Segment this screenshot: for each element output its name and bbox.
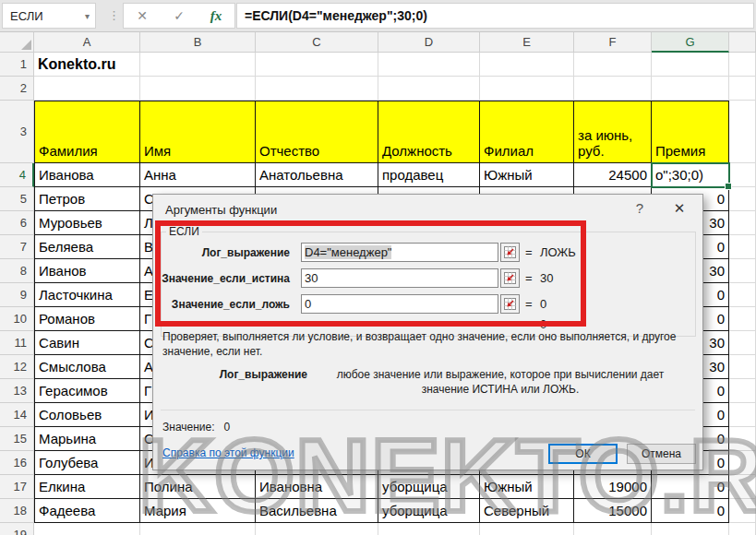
cell-H8[interactable] — [729, 259, 756, 283]
insert-function-icon[interactable]: fx — [198, 4, 234, 28]
range-selector-icon[interactable] — [500, 294, 520, 314]
row-header-17[interactable]: 17 — [0, 475, 34, 499]
function-help-link[interactable]: Справка по этой функции — [162, 446, 294, 459]
cell-G18[interactable]: 0 — [652, 499, 729, 523]
row-header-10[interactable]: 10 — [0, 307, 34, 331]
cell-E1[interactable] — [480, 53, 574, 77]
cell-H15[interactable] — [729, 427, 756, 451]
cell-A10[interactable]: Романов — [34, 307, 140, 331]
cell-D17[interactable]: уборщица — [378, 475, 480, 499]
cell-F17[interactable]: 19000 — [574, 475, 652, 499]
cell-A12[interactable]: Смыслова — [34, 355, 140, 379]
cell-E4[interactable]: Южный — [480, 163, 574, 187]
row-header-5[interactable]: 5 — [0, 187, 34, 211]
cell-D18[interactable]: уборщица — [378, 499, 480, 523]
cell-C19[interactable] — [256, 523, 378, 535]
cell-B1[interactable] — [140, 53, 256, 77]
cell-G19[interactable] — [652, 523, 729, 535]
confirm-entry-icon[interactable]: ✓ — [161, 4, 198, 28]
cell-A19[interactable] — [34, 523, 140, 535]
cell-G3[interactable]: Премия — [652, 101, 729, 163]
name-box[interactable]: ЕСЛИ ▾ — [2, 3, 96, 29]
cell-A16[interactable]: Голубева — [34, 451, 140, 475]
row-header-14[interactable]: 14 — [0, 403, 34, 427]
cell-F18[interactable]: 15000 — [574, 499, 652, 523]
cell-B2[interactable] — [140, 77, 256, 101]
cell-A2[interactable] — [34, 77, 140, 101]
cell-H6[interactable] — [729, 211, 756, 235]
cell-C4[interactable]: Анатольевна — [256, 163, 378, 187]
cell-E19[interactable] — [480, 523, 574, 535]
cell-H12[interactable] — [729, 355, 756, 379]
cell-A8[interactable]: Иванов — [34, 259, 140, 283]
formula-bar[interactable]: =ЕСЛИ(D4="менеджер";30;0) — [236, 3, 754, 29]
cell-H18[interactable] — [729, 499, 756, 523]
cell-B4[interactable]: Анна — [140, 163, 256, 187]
cell-D1[interactable] — [378, 53, 480, 77]
dialog-close-icon[interactable]: ✕ — [669, 200, 690, 217]
cell-H17[interactable] — [729, 475, 756, 499]
row-header-6[interactable]: 6 — [0, 211, 34, 235]
arg1-input[interactable]: D4="менеджер" — [301, 243, 498, 262]
cell-B3[interactable]: Имя — [140, 101, 256, 163]
cell-C2[interactable] — [256, 77, 378, 101]
cell-F3[interactable]: за июнь, руб. — [574, 101, 652, 163]
cell-A5[interactable]: Петров — [34, 187, 140, 211]
col-header-C[interactable]: C — [256, 32, 378, 53]
cell-H3[interactable] — [729, 101, 756, 163]
cell-F1[interactable] — [574, 53, 652, 77]
cell-H2[interactable] — [729, 77, 756, 101]
cell-B19[interactable] — [140, 523, 256, 535]
cell-E17[interactable]: Южный — [480, 475, 574, 499]
cell-G2[interactable] — [652, 77, 729, 101]
col-header-D[interactable]: D — [378, 32, 480, 53]
dialog-help-icon[interactable]: ? — [630, 200, 649, 216]
cell-D2[interactable] — [378, 77, 480, 101]
cell-H16[interactable] — [729, 451, 756, 475]
cancel-entry-icon[interactable]: ✕ — [124, 4, 161, 28]
cell-A3[interactable]: Фамилия — [34, 101, 140, 163]
row-header-19[interactable]: 19 — [0, 523, 34, 535]
row-header-13[interactable]: 13 — [0, 379, 34, 403]
cell-B17[interactable]: Полина — [140, 475, 256, 499]
cell-G4[interactable]: о";30;0) — [652, 163, 729, 187]
cancel-button[interactable]: Отмена — [627, 444, 696, 464]
cell-H10[interactable] — [729, 307, 756, 331]
cell-E3[interactable]: Филиал — [480, 101, 574, 163]
cell-D19[interactable] — [378, 523, 480, 535]
cell-F19[interactable] — [574, 523, 652, 535]
cell-B18[interactable]: Мария — [140, 499, 256, 523]
cell-G1[interactable] — [652, 53, 729, 77]
cell-H4[interactable] — [729, 163, 756, 187]
row-header-8[interactable]: 8 — [0, 259, 34, 283]
col-header-G[interactable]: G — [652, 32, 729, 53]
cell-A14[interactable]: Соловьев — [34, 403, 140, 427]
row-header-2[interactable]: 2 — [0, 77, 34, 101]
cell-C17[interactable]: Ивановна — [256, 475, 378, 499]
row-header-12[interactable]: 12 — [0, 355, 34, 379]
cell-H1[interactable] — [729, 53, 756, 77]
cell-G17[interactable]: 0 — [652, 475, 729, 499]
cell-H7[interactable] — [729, 235, 756, 259]
range-selector-icon[interactable] — [500, 243, 520, 262]
cell-H5[interactable] — [729, 187, 756, 211]
col-header-B[interactable]: B — [140, 32, 256, 53]
cell-E18[interactable]: Северный — [480, 499, 574, 523]
cell-F2[interactable] — [574, 77, 652, 101]
arg2-input[interactable]: 30 — [301, 268, 498, 288]
cell-C18[interactable]: Васильевна — [256, 499, 378, 523]
cell-C3[interactable]: Отчество — [256, 101, 378, 163]
ok-button[interactable]: ОК — [548, 444, 618, 464]
cell-A13[interactable]: Герасимов — [34, 379, 140, 403]
cell-H9[interactable] — [729, 283, 756, 307]
cell-D4[interactable]: продавец — [378, 163, 480, 187]
cell-A9[interactable]: Ласточкина — [34, 283, 140, 307]
col-header-H[interactable] — [729, 32, 756, 53]
row-header-9[interactable]: 9 — [0, 283, 34, 307]
cell-A11[interactable]: Савин — [34, 331, 140, 355]
row-header-15[interactable]: 15 — [0, 427, 34, 451]
row-header-1[interactable]: 1 — [0, 53, 34, 77]
row-header-4[interactable]: 4 — [0, 163, 34, 187]
row-header-11[interactable]: 11 — [0, 331, 34, 355]
cell-F4[interactable]: 24500 — [574, 163, 652, 187]
